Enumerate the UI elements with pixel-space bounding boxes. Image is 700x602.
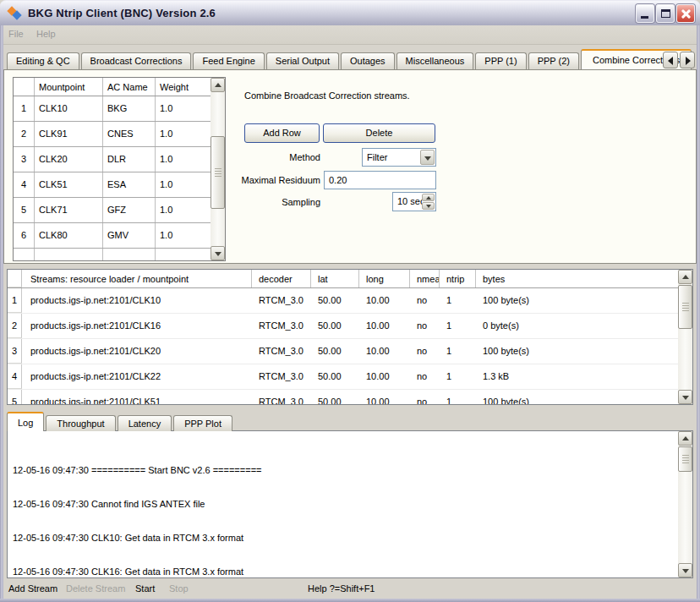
tab-broadcast-corrections[interactable]: Broadcast Corrections: [81, 52, 192, 69]
spin-up-button[interactable]: [422, 194, 435, 201]
combo-dropdown-button[interactable]: [420, 150, 435, 165]
combine-corrections-page: Mountpoint AC Name Weight 1 CLK10 BKG 1.…: [3, 69, 697, 264]
log-line: 12-05-16 09:47:30 ========== Start BNC v…: [13, 465, 672, 476]
stream-row[interactable]: 5 products.igs-ip.net:2101/CLK51 RTCM_3.…: [8, 390, 678, 405]
tab-ppp-1[interactable]: PPP (1): [475, 52, 526, 69]
log-panel[interactable]: 12-05-16 09:47:30 ========== Start BNC v…: [7, 430, 693, 578]
add-stream-action[interactable]: Add Stream: [8, 583, 57, 594]
add-row-button[interactable]: Add Row: [244, 123, 320, 143]
window-title: BKG Ntrip Client (BNC) Version 2.6: [28, 7, 216, 19]
tab-editing-qc[interactable]: Editing & QC: [7, 52, 79, 69]
tab-ppp-plot[interactable]: PPP Plot: [173, 415, 232, 431]
stream-row[interactable]: 2 products.igs-ip.net:2101/CLK16 RTCM_3.…: [8, 314, 678, 339]
method-label: Method: [207, 148, 320, 167]
chevron-down-icon: [424, 156, 431, 161]
tab-feed-engine[interactable]: Feed Engine: [193, 52, 264, 69]
titlebar[interactable]: BKG Ntrip Client (BNC) Version 2.6: [0, 0, 700, 25]
combine-table-scrollbar[interactable]: [211, 78, 225, 260]
col-mountpoint: Mountpoint: [35, 78, 103, 96]
minimize-button[interactable]: [636, 4, 654, 23]
tab-miscellaneous[interactable]: Miscellaneous: [396, 52, 474, 69]
stop-action[interactable]: Stop: [169, 583, 189, 594]
scrollbar-thumb[interactable]: [678, 285, 692, 329]
scroll-up-button[interactable]: [678, 431, 692, 446]
close-button[interactable]: [676, 4, 695, 23]
app-icon: [7, 6, 24, 21]
tab-ppp-2[interactable]: PPP (2): [528, 52, 579, 69]
stream-row[interactable]: 4 products.igs-ip.net:2101/CLK22 RTCM_3.…: [8, 364, 678, 390]
window-border-left: [0, 24, 3, 602]
menu-file[interactable]: File: [8, 29, 24, 39]
log-text: 12-05-16 09:47:30 ========== Start BNC v…: [13, 442, 672, 578]
streams-scrollbar[interactable]: [678, 270, 692, 404]
start-action[interactable]: Start: [135, 583, 155, 594]
method-select[interactable]: Filter: [362, 148, 436, 167]
table-row[interactable]: 1 CLK10 BKG 1.0: [14, 96, 211, 122]
scrollbar-thumb[interactable]: [678, 446, 692, 472]
maximize-button[interactable]: [656, 4, 675, 23]
streams-table-header: Streams: resource loader / mountpoint de…: [8, 270, 678, 288]
menubar: File Help: [3, 25, 697, 45]
col-streams: Streams: resource loader / mountpoint: [22, 270, 252, 287]
table-row[interactable]: 3 CLK20 DLR 1.0: [14, 147, 211, 172]
window-border-right: [697, 24, 700, 602]
streams-table: Streams: resource loader / mountpoint de…: [7, 269, 693, 405]
tab-serial-output[interactable]: Serial Output: [266, 52, 339, 69]
tab-scroll-left-button[interactable]: [663, 52, 678, 68]
col-ac-name: AC Name: [103, 78, 156, 96]
col-ntrip: ntrip: [440, 270, 476, 287]
sampling-spinner[interactable]: 10 sec: [392, 192, 436, 211]
scroll-down-button[interactable]: [678, 390, 692, 404]
table-row[interactable]: 4 CLK51 ESA 1.0: [14, 172, 211, 198]
bottom-tab-bar: Log Throughput Latency PPP Plot: [7, 412, 234, 431]
table-row-partial: [14, 249, 211, 261]
log-line: 12-05-16 09:47:30 Cannot find IGS ANTEX …: [13, 499, 672, 510]
stream-row[interactable]: 3 products.igs-ip.net:2101/CLK20 RTCM_3.…: [8, 339, 678, 364]
scroll-up-button[interactable]: [211, 78, 225, 92]
down-arrow-icon: [215, 252, 221, 256]
maximal-residuum-label: Maximal Residuum: [207, 171, 320, 189]
maximal-residuum-input[interactable]: 0.20: [324, 171, 436, 189]
sampling-label: Sampling: [207, 193, 320, 211]
tab-latency[interactable]: Latency: [118, 415, 172, 431]
tab-bar: Editing & QC Broadcast Corrections Feed …: [7, 49, 662, 69]
table-row[interactable]: 6 CLK80 GMV 1.0: [14, 223, 211, 249]
combine-table: Mountpoint AC Name Weight 1 CLK10 BKG 1.…: [13, 77, 226, 261]
down-arrow-icon: [426, 205, 431, 208]
table-row[interactable]: 2 CLK91 CNES 1.0: [14, 122, 211, 147]
grip-icon: [682, 303, 689, 311]
combine-table-header: Mountpoint AC Name Weight: [14, 78, 211, 96]
col-weight: Weight: [156, 78, 211, 96]
tab-scroll-right-button[interactable]: [680, 52, 695, 68]
menu-help[interactable]: Help: [36, 29, 56, 39]
spin-down-button[interactable]: [422, 202, 435, 210]
status-bar: Add Stream Delete Stream Start Stop Help…: [3, 578, 697, 599]
tab-log[interactable]: Log: [7, 412, 44, 431]
col-decoder: decoder: [252, 270, 311, 287]
stream-row[interactable]: 1 products.igs-ip.net:2101/CLK10 RTCM_3.…: [8, 288, 678, 314]
minimize-icon: [641, 16, 648, 19]
help-shortcut-label: Help ?=Shift+F1: [308, 583, 375, 594]
col-nmea: nmea: [410, 270, 440, 287]
scroll-down-button[interactable]: [678, 563, 692, 577]
down-arrow-icon: [682, 569, 689, 573]
log-line: 12-05-16 09:47:30 CLK16: Get data in RTC…: [13, 566, 672, 577]
window-border-bottom: [0, 599, 700, 602]
down-arrow-icon: [682, 396, 689, 400]
tab-outages[interactable]: Outages: [341, 52, 395, 69]
scroll-down-button[interactable]: [211, 246, 225, 260]
log-scrollbar[interactable]: [678, 431, 692, 577]
delete-stream-action[interactable]: Delete Stream: [66, 583, 125, 594]
delete-button[interactable]: Delete: [323, 123, 435, 143]
scroll-up-button[interactable]: [678, 270, 692, 284]
up-arrow-icon: [215, 83, 221, 87]
right-arrow-icon: [686, 57, 691, 65]
bnc-window: BKG Ntrip Client (BNC) Version 2.6 File …: [0, 0, 700, 602]
tab-throughput[interactable]: Throughput: [46, 415, 115, 431]
table-row[interactable]: 5 CLK71 GFZ 1.0: [14, 198, 211, 223]
up-arrow-icon: [682, 275, 689, 279]
up-arrow-icon: [682, 436, 689, 441]
left-arrow-icon: [668, 57, 673, 65]
grip-icon: [682, 455, 689, 463]
log-line: 12-05-16 09:47:30 CLK10: Get data in RTC…: [13, 533, 672, 544]
